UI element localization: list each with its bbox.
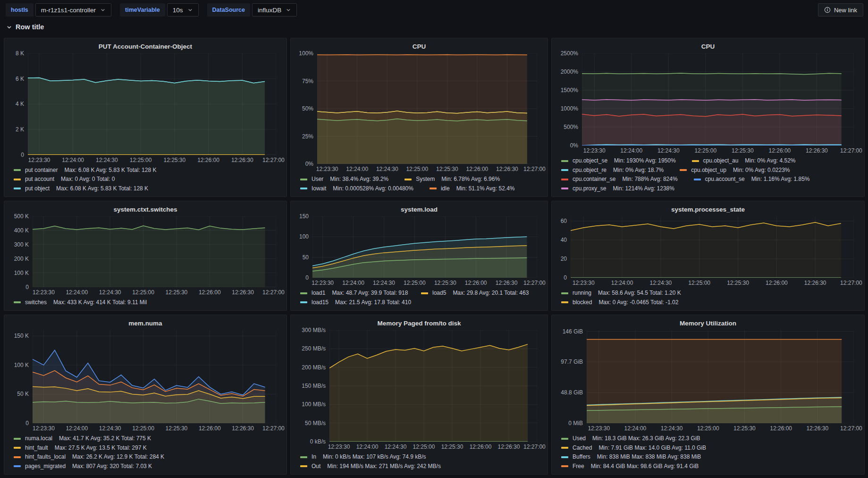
legend-row: cpu.proxy_seMin: 1214% Avg: 1238% xyxy=(561,184,859,194)
legend-item-user[interactable]: UserMin: 38.4% Avg: 39.2% xyxy=(300,175,388,184)
legend-item-blocked[interactable]: blockedMax: 0 Avg: -0.0465 Total: -1.02 xyxy=(561,298,678,307)
chart-plot[interactable] xyxy=(329,330,537,442)
row-header[interactable]: Row title xyxy=(6,23,44,31)
legend-item-running[interactable]: runningMax: 58.6 Avg: 54.5 Total: 1.20 K xyxy=(561,289,681,298)
chart-plot[interactable] xyxy=(571,216,854,278)
legend-series-dash xyxy=(14,438,21,440)
legend-item-free[interactable]: FreeMin: 84.4 GiB Max: 98.6 GiB Avg: 91.… xyxy=(561,462,699,471)
legend-item-cpu-proxy-se[interactable]: cpu.proxy_seMin: 1214% Avg: 1238% xyxy=(561,184,674,194)
legend-series-dash xyxy=(14,447,21,449)
legend-series-name: User xyxy=(312,175,323,184)
legend: InMin: 0 kB/s Max: 107 kB/s Avg: 74.9 kB… xyxy=(295,451,543,471)
legend-item-iowait[interactable]: IowaitMin: 0.000528% Avg: 0.00480% xyxy=(300,184,413,194)
legend-item-cpu-object-se[interactable]: cpu.object_seMin: 1930% Avg: 1950% xyxy=(561,156,676,166)
x-tick-label: 12:24:00 xyxy=(66,289,88,296)
variable-datasource-dropdown[interactable]: influxDB xyxy=(252,3,297,17)
legend-item-cached[interactable]: CachedMin: 7.91 GiB Max: 14.0 GiB Avg: 1… xyxy=(561,444,706,453)
legend-item-out[interactable]: OutMin: 194 MB/s Max: 271 MB/s Avg: 242 … xyxy=(300,462,441,471)
x-tick-label: 12:26:30 xyxy=(496,166,518,172)
y-tick-label: 4 K xyxy=(16,101,24,107)
x-axis: 12:23:3012:24:0012:24:3012:25:0012:25:30… xyxy=(33,287,276,297)
legend-item-pages-migrated[interactable]: pages_migratedMax: 807 Avg: 320 Total: 7… xyxy=(14,462,152,471)
legend-series-name: switches xyxy=(25,298,47,307)
panel-title-mem-numa[interactable]: mem.numa xyxy=(9,317,282,329)
panel-title-put-account-container-object[interactable]: PUT Account-Container-Object xyxy=(9,41,282,52)
y-tick-label: 8 K xyxy=(16,50,24,57)
y-tick-label: 6 K xyxy=(16,76,24,82)
y-tick-label: 20 xyxy=(561,256,567,262)
legend-item-cpu-object-re[interactable]: cpu.object_reMin: 0% Avg: 18.7% xyxy=(561,166,664,175)
y-tick-label: 100 xyxy=(299,233,309,240)
new-link-button[interactable]: New link xyxy=(818,3,863,17)
chart-plot[interactable] xyxy=(587,330,854,423)
legend-item-used[interactable]: UsedMin: 18.3 GiB Max: 26.3 GiB Avg: 22.… xyxy=(561,434,700,444)
panel-title-system-processes-state[interactable]: system.processes_state xyxy=(556,204,860,215)
legend-item-load1[interactable]: load1Max: 48.7 Avg: 39.9 Total: 918 xyxy=(300,289,405,298)
legend-row: put containerMax: 6.08 K Avg: 5.83 K Tot… xyxy=(14,166,281,175)
legend-series-name: put object xyxy=(25,184,50,194)
legend-item-cpu-container-se[interactable]: cpu.container_seMin: 788% Avg: 824% xyxy=(561,175,678,184)
legend-item-idle[interactable]: idleMin: 51.1% Avg: 52.4% xyxy=(430,184,515,194)
legend-series-dash xyxy=(561,447,568,449)
legend-item-buffers[interactable]: BuffersMin: 838 MiB Max: 838 MiB Avg: 83… xyxy=(561,452,701,462)
legend-row: cpu.object_reMin: 0% Avg: 18.7%cpu.objec… xyxy=(561,166,859,175)
legend-item-load15[interactable]: load15Max: 21.5 Avg: 17.8 Total: 410 xyxy=(300,298,411,307)
legend-item-system[interactable]: SystemMin: 6.78% Avg: 6.96% xyxy=(405,175,500,184)
chart-area: 300 MB/s250 MB/s200 MB/s150 MB/s100 MB/s… xyxy=(295,330,537,442)
x-tick-label: 12:24:00 xyxy=(624,425,647,432)
legend-item-cpu-object-up[interactable]: cpu.object_upMin: 0% Avg: 0.0223% xyxy=(680,166,790,175)
x-tick-label: 12:24:30 xyxy=(96,157,118,163)
panel-title-memory-paged-from-to-disk[interactable]: Memory Paged from/to disk xyxy=(295,317,543,329)
legend-series-dash xyxy=(561,301,568,303)
y-tick-label: 250 MB/s xyxy=(302,345,326,352)
panel-title-cpu-host[interactable]: CPU xyxy=(295,41,543,52)
variable-timevariable-label: timeVariable xyxy=(120,3,165,17)
x-axis: 12:23:3012:24:0012:24:3012:25:0012:25:30… xyxy=(582,145,854,155)
chart-plot[interactable] xyxy=(312,216,537,278)
panel-title-cpu-services[interactable]: CPU xyxy=(556,41,860,52)
legend-item-put-container[interactable]: put containerMax: 6.08 K Avg: 5.83 K Tot… xyxy=(14,166,156,175)
dashboard-grid: PUT Account-Container-Object8 K6 K4 K2 K… xyxy=(4,38,865,475)
chart-plot[interactable] xyxy=(33,330,276,423)
panel-title-system-load[interactable]: system.load xyxy=(295,204,543,215)
legend-item-switches[interactable]: switchesMax: 433 K Avg: 414 K Total: 9.1… xyxy=(14,298,147,307)
legend-series-stats: Min: 838 MiB Max: 838 MiB Avg: 838 MiB xyxy=(597,452,701,462)
y-tick-label: 75% xyxy=(302,78,313,85)
y-tick-label: 146 GiB xyxy=(563,328,583,335)
legend-item-put-account[interactable]: put accountMax: 0 Avg: 0 Total: 0 xyxy=(14,175,115,184)
legend-item-in[interactable]: InMin: 0 kB/s Max: 107 kB/s Avg: 74.9 kB… xyxy=(300,452,426,462)
y-tick-label: 25% xyxy=(302,133,313,140)
legend-item-hint-faults-local[interactable]: hint_faults_localMax: 26.2 K Avg: 12.9 K… xyxy=(14,452,164,462)
legend-item-load5[interactable]: load5Max: 29.8 Avg: 20.1 Total: 463 xyxy=(421,289,526,298)
y-axis: 100%75%50%25%0% xyxy=(295,53,317,164)
x-tick-label: 12:25:00 xyxy=(406,166,428,172)
legend-row: CachedMin: 7.91 GiB Max: 14.0 GiB Avg: 1… xyxy=(561,444,859,453)
chart-plot[interactable] xyxy=(33,216,276,287)
legend-item-hint-fault[interactable]: hint_faultMax: 27.5 K Avg: 13.5 K Total:… xyxy=(14,444,147,453)
legend-item-put-object[interactable]: put objectMax: 6.08 K Avg: 5.83 K Total:… xyxy=(14,184,148,194)
legend-series-dash xyxy=(300,301,307,303)
x-tick-label: 12:24:00 xyxy=(356,444,379,450)
x-tick-label: 12:25:30 xyxy=(727,280,749,286)
chart-plot[interactable] xyxy=(28,53,276,155)
chart-plot[interactable] xyxy=(317,53,537,164)
legend-series-name: Free xyxy=(573,462,584,471)
x-axis: 12:23:3012:24:0012:24:3012:25:0012:25:30… xyxy=(329,442,537,451)
panel-system-processes-state: system.processes_state604020012:23:3012:… xyxy=(551,201,865,311)
variable-timevariable-dropdown[interactable]: 10s xyxy=(167,3,199,17)
panel-title-system-ctxt-switches[interactable]: system.ctxt.switches xyxy=(9,204,282,215)
legend-series-name: load5 xyxy=(432,289,446,298)
panel-title-memory-utilization[interactable]: Memory Utilization xyxy=(556,317,860,329)
legend-item-cpu-account-se[interactable]: cpu.account_seMin: 1.16% Avg: 1.85% xyxy=(694,175,810,184)
y-tick-label: 0 kB/s xyxy=(310,438,326,445)
legend-series-name: In xyxy=(312,452,316,462)
legend-item-numa-local[interactable]: numa.localMax: 41.7 K Avg: 35.2 K Total:… xyxy=(14,434,151,444)
chart-plot[interactable] xyxy=(582,53,854,145)
chart-area: 100%75%50%25%0% xyxy=(295,53,537,164)
variable-hostis-dropdown[interactable]: m-r1z1s1-controller xyxy=(35,3,111,17)
x-axis: 12:23:3012:24:0012:24:3012:25:0012:25:30… xyxy=(312,278,537,287)
y-tick-label: 400 K xyxy=(14,227,29,234)
y-tick-label: 0 xyxy=(564,274,567,281)
legend-item-cpu-object-au[interactable]: cpu.object_auMin: 0% Avg: 4.52% xyxy=(692,156,796,166)
panel-put-account-container-object: PUT Account-Container-Object8 K6 K4 K2 K… xyxy=(4,38,287,197)
